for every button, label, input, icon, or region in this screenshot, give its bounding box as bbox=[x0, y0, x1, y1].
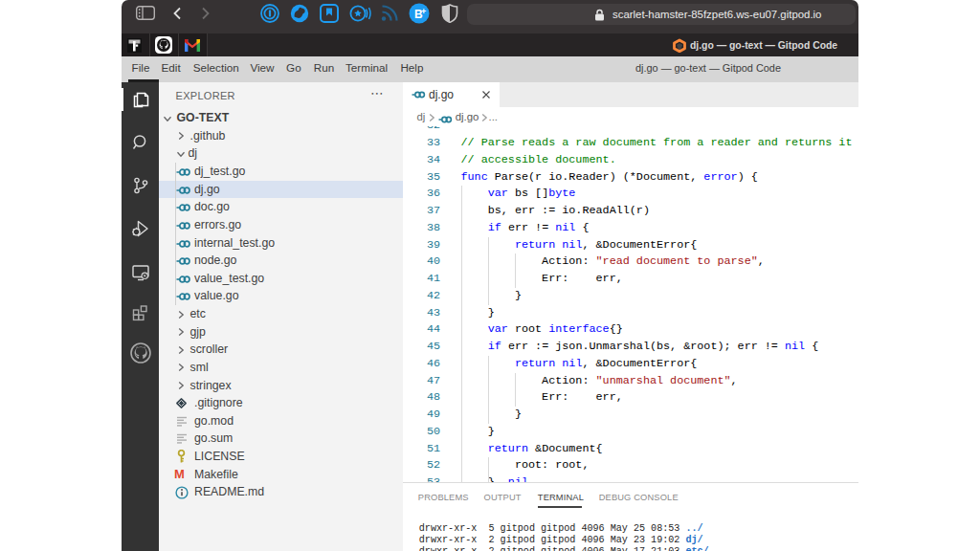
svg-text:+: + bbox=[421, 7, 426, 16]
